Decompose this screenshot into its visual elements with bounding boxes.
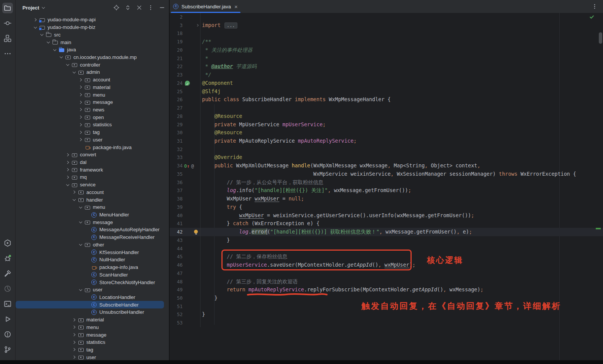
more-vertical-icon[interactable] <box>147 5 154 11</box>
problems-icon[interactable] <box>2 329 13 340</box>
chevron-right-icon[interactable] <box>79 116 82 119</box>
chevron-down-icon[interactable] <box>79 221 82 224</box>
chevron-right-icon[interactable] <box>73 333 76 336</box>
tree-item-main[interactable]: main <box>16 38 169 46</box>
line-number[interactable]: 2 <box>170 13 183 21</box>
chevron-right-icon[interactable] <box>73 348 76 351</box>
terminal-icon[interactable] <box>2 299 13 309</box>
line-number[interactable]: 26 <box>170 95 183 104</box>
line-number[interactable]: 35 <box>170 170 183 178</box>
tree-item-message[interactable]: message <box>16 218 169 226</box>
chevron-down-icon[interactable] <box>34 26 37 29</box>
line-number[interactable]: 51 <box>170 302 183 311</box>
line-number[interactable]: 37 <box>170 186 183 195</box>
line-number[interactable]: 30 <box>170 129 183 137</box>
chevron-down-icon[interactable] <box>66 63 69 66</box>
tree-item-user[interactable]: user <box>16 136 169 144</box>
line-number[interactable]: 3 <box>170 21 183 30</box>
tree-item-yudao-module-mp-api[interactable]: yudao-module-mp-api <box>16 16 169 24</box>
tree-item-src[interactable]: src <box>16 31 169 38</box>
tree-item-menu[interactable]: menu <box>16 203 169 211</box>
tree-item-package-info-java[interactable]: package-info.java <box>16 143 169 151</box>
line-number[interactable]: 24 <box>170 79 183 87</box>
line-number[interactable]: 44 <box>170 245 183 253</box>
tree-item-messageautoreplyhandler[interactable]: MessageAutoReplyHandler <box>16 226 169 234</box>
chevron-down-icon[interactable] <box>53 48 56 51</box>
tree-item-statistics[interactable]: statistics <box>16 339 169 346</box>
expand-all-icon[interactable] <box>124 5 131 11</box>
tree-item-admin[interactable]: admin <box>16 68 169 76</box>
line-number[interactable]: 22 <box>170 62 183 71</box>
tree-item-user[interactable]: user <box>16 286 169 294</box>
inspection-ok-icon[interactable] <box>589 14 595 21</box>
tree-item-news[interactable]: news <box>16 106 169 114</box>
line-number[interactable]: 40 <box>170 211 183 220</box>
tree-item-message[interactable]: message <box>16 331 169 339</box>
tree-item-cn-iocoder-yudao-module-mp[interactable]: cn.iocoder.yudao.module.mp <box>16 54 169 61</box>
scrollbar-thumb[interactable] <box>599 32 602 44</box>
line-number[interactable]: 41 <box>170 219 183 228</box>
collapse-all-icon[interactable] <box>136 5 142 11</box>
tree-item-yudao-module-mp-biz[interactable]: yudao-module-mp-biz <box>16 24 169 31</box>
chevron-down-icon[interactable] <box>60 56 63 59</box>
line-number[interactable]: 34 <box>170 162 183 170</box>
line-number[interactable]: 29 <box>170 121 183 129</box>
chevron-down-icon[interactable] <box>40 33 43 36</box>
tree-item-handler[interactable]: handler <box>16 196 169 203</box>
run-icon[interactable] <box>2 314 13 324</box>
chevron-down-icon[interactable] <box>79 206 82 209</box>
chevron-down-icon[interactable] <box>47 41 50 44</box>
tree-item-open[interactable]: open <box>16 113 169 121</box>
chevron-right-icon[interactable] <box>79 86 82 89</box>
tree-item-package-info-java[interactable]: package-info.java <box>16 264 169 271</box>
chevron-right-icon[interactable] <box>79 123 82 126</box>
tree-item-message[interactable]: message <box>16 99 169 106</box>
chevron-right-icon[interactable] <box>79 93 82 96</box>
chevron-right-icon[interactable] <box>66 153 69 156</box>
chevron-down-icon[interactable] <box>79 243 82 246</box>
chevron-right-icon[interactable] <box>73 318 76 321</box>
tree-item-material[interactable]: material <box>16 316 169 324</box>
chevron-down-icon[interactable] <box>42 6 45 9</box>
tree-item-framework[interactable]: framework <box>16 166 169 173</box>
chevron-right-icon[interactable] <box>79 108 82 111</box>
tab-bar-menu-icon[interactable] <box>591 3 598 10</box>
line-number[interactable]: 31 <box>170 137 183 145</box>
project-panel-title[interactable]: Project <box>22 5 39 11</box>
chevron-down-icon[interactable] <box>66 183 69 186</box>
hide-icon[interactable] <box>159 5 165 11</box>
line-number[interactable]: 25 <box>170 87 183 96</box>
chevron-down-icon[interactable] <box>73 198 76 201</box>
tree-item-statistics[interactable]: statistics <box>16 121 169 129</box>
chevron-right-icon[interactable] <box>79 138 82 141</box>
tree-item-material[interactable]: material <box>16 83 169 91</box>
intention-lightbulb-icon[interactable] <box>194 230 198 234</box>
tree-item-tag[interactable]: tag <box>16 346 169 354</box>
line-number[interactable]: 42 <box>170 228 183 236</box>
line-number[interactable]: 38 <box>170 195 183 203</box>
tree-item-scanhandler[interactable]: ScanHandler <box>16 271 169 278</box>
structure-icon[interactable] <box>2 33 13 44</box>
tree-item-account[interactable]: account <box>16 189 169 196</box>
tree-item-locationhandler[interactable]: LocationHandler <box>16 294 169 301</box>
line-number[interactable]: 48 <box>170 278 183 286</box>
tree-item-storechecknotifyhandler[interactable]: StoreCheckNotifyHandler <box>16 278 169 286</box>
chevron-right-icon[interactable] <box>66 161 69 164</box>
tree-item-kfsessionhandler[interactable]: KfSessionHandler <box>16 248 169 256</box>
chevron-down-icon[interactable] <box>73 71 76 74</box>
line-number[interactable]: 19 <box>170 38 183 46</box>
tree-item-mq[interactable]: mq <box>16 173 169 181</box>
line-number[interactable]: 43 <box>170 236 183 245</box>
tree-item-tag[interactable]: tag <box>16 129 169 136</box>
line-number[interactable]: 33 <box>170 153 183 162</box>
tree-item-controller[interactable]: controller <box>16 61 169 68</box>
tree-item-unsubscribehandler[interactable]: UnsubscribeHandler <box>16 308 169 316</box>
chevron-down-icon[interactable] <box>79 288 82 291</box>
chevron-right-icon[interactable] <box>34 18 37 21</box>
line-number[interactable]: 20 <box>170 46 183 54</box>
chevron-right-icon[interactable] <box>73 341 76 344</box>
chevron-right-icon[interactable] <box>73 191 76 194</box>
folded-imports-placeholder[interactable]: ... <box>224 22 237 29</box>
chevron-right-icon[interactable] <box>66 168 69 171</box>
tree-item-convert[interactable]: convert <box>16 151 169 159</box>
